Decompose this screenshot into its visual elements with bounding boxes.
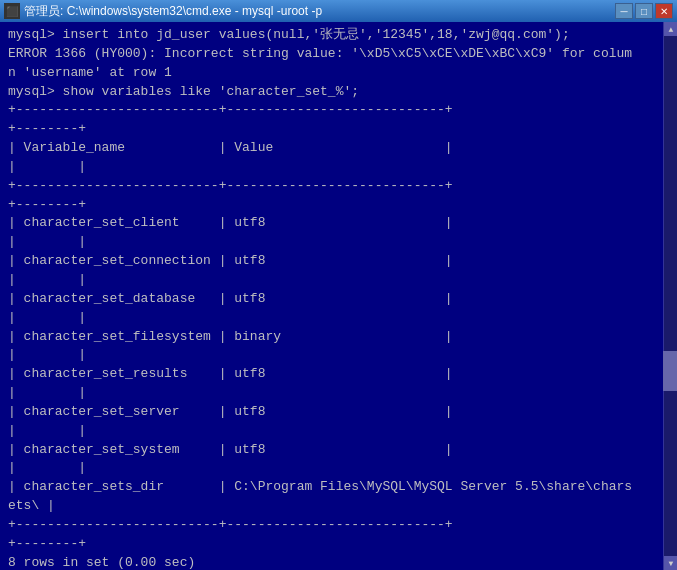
scrollbar-thumb[interactable] [663, 351, 677, 391]
terminal: mysql> insert into jd_user values(null,'… [0, 22, 677, 570]
close-button[interactable]: ✕ [655, 3, 673, 19]
title-bar: ⬛ 管理员: C:\windows\system32\cmd.exe - mys… [0, 0, 677, 22]
minimize-button[interactable]: ─ [615, 3, 633, 19]
terminal-output: mysql> insert into jd_user values(null,'… [8, 26, 669, 570]
maximize-button[interactable]: □ [635, 3, 653, 19]
title-bar-left: ⬛ 管理员: C:\windows\system32\cmd.exe - mys… [4, 3, 322, 20]
scrollbar-arrow-up[interactable]: ▲ [664, 22, 677, 36]
title-controls: ─ □ ✕ [615, 3, 673, 19]
scrollbar[interactable]: ▲ ▼ [663, 22, 677, 570]
scrollbar-arrow-down[interactable]: ▼ [664, 556, 677, 570]
title-icon: ⬛ [4, 3, 20, 19]
title-text: 管理员: C:\windows\system32\cmd.exe - mysql… [24, 3, 322, 20]
